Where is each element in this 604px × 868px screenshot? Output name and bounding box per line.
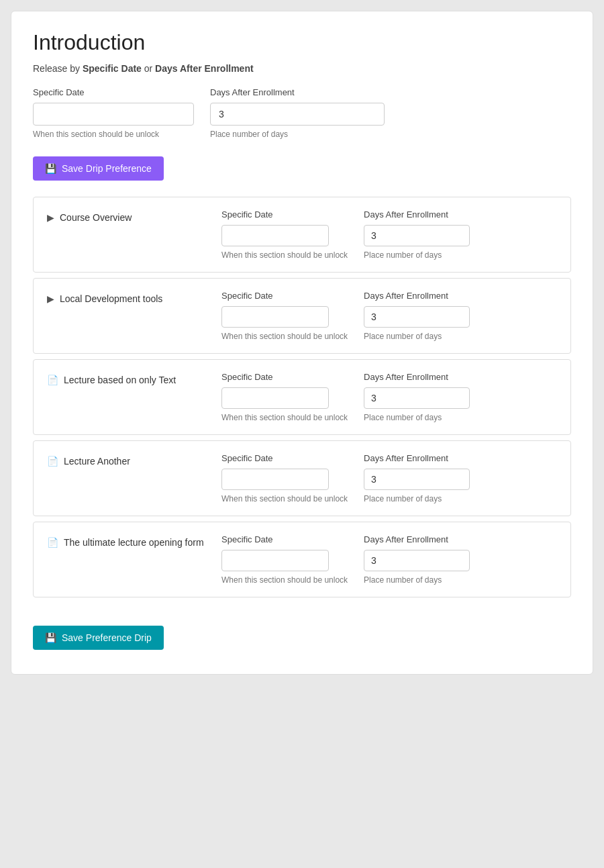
section-fields: Specific Date When this section should b… <box>221 453 557 503</box>
section-specific-date-input-1[interactable] <box>221 306 329 328</box>
section-name: Lecture Another <box>64 456 130 467</box>
main-card: Introduction Release by Specific Date or… <box>11 11 593 675</box>
section-specific-date-group-4: Specific Date When this section should b… <box>221 534 348 585</box>
document-icon: 📄 <box>47 456 58 467</box>
section-specific-date-label-3: Specific Date <box>221 453 348 463</box>
section-days-input-1[interactable] <box>364 306 470 328</box>
save-drip-preference-button-top[interactable]: 💾 Save Drip Preference <box>33 156 164 181</box>
save-btn-bottom-icon: 💾 <box>45 632 56 643</box>
section-specific-date-input-2[interactable] <box>221 387 329 409</box>
section-specific-date-input-3[interactable] <box>221 469 329 490</box>
page-title: Introduction <box>33 30 571 55</box>
section-row: ▶ Local Development tools Specific Date … <box>33 278 571 354</box>
section-days-group-3: Days After Enrollment Place number of da… <box>364 453 470 503</box>
section-name: Local Development tools <box>60 293 162 304</box>
section-specific-date-group-3: Specific Date When this section should b… <box>221 453 348 503</box>
section-specific-date-group-1: Specific Date When this section should b… <box>221 291 348 341</box>
bottom-btn-area: 💾 Save Preference Drip <box>33 614 571 655</box>
release-prefix: Release by <box>33 63 83 74</box>
top-specific-date-label: Specific Date <box>33 87 194 97</box>
section-title-col: 📄 Lecture Another <box>47 453 221 467</box>
section-days-hint-2: Place number of days <box>364 413 470 422</box>
section-days-label-4: Days After Enrollment <box>364 534 470 544</box>
section-fields: Specific Date When this section should b… <box>221 534 557 585</box>
document-icon: 📄 <box>47 537 58 548</box>
section-name: The ultimate lecture opening form <box>64 537 204 548</box>
section-days-group-4: Days After Enrollment Place number of da… <box>364 534 470 585</box>
top-form: Specific Date When this section should b… <box>33 87 571 139</box>
save-btn-bottom-label: Save Preference Drip <box>62 632 152 643</box>
section-title-col: ▶ Local Development tools <box>47 291 221 304</box>
section-specific-date-label-4: Specific Date <box>221 534 348 544</box>
section-name: Course Overview <box>60 212 132 223</box>
section-specific-date-input-4[interactable] <box>221 550 329 571</box>
section-specific-date-hint-3: When this section should be unlock <box>221 494 348 503</box>
section-row: ▶ Course Overview Specific Date When thi… <box>33 197 571 273</box>
section-days-label-1: Days After Enrollment <box>364 291 470 301</box>
section-days-hint-0: Place number of days <box>364 250 470 260</box>
top-days-input[interactable] <box>210 103 385 126</box>
release-text: Release by Specific Date or Days After E… <box>33 63 571 74</box>
top-days-group: Days After Enrollment Place number of da… <box>210 87 385 139</box>
save-preference-drip-button-bottom[interactable]: 💾 Save Preference Drip <box>33 626 164 650</box>
section-title-col: ▶ Course Overview <box>47 209 221 223</box>
video-icon: ▶ <box>47 212 54 223</box>
top-specific-date-hint: When this section should be unlock <box>33 130 194 139</box>
release-middle: or <box>142 63 155 74</box>
section-days-input-2[interactable] <box>364 387 470 409</box>
section-fields: Specific Date When this section should b… <box>221 209 557 260</box>
section-specific-date-label-0: Specific Date <box>221 209 348 220</box>
section-days-group-2: Days After Enrollment Place number of da… <box>364 372 470 422</box>
section-days-label-2: Days After Enrollment <box>364 372 470 382</box>
section-days-group-1: Days After Enrollment Place number of da… <box>364 291 470 341</box>
section-specific-date-input-0[interactable] <box>221 225 329 246</box>
section-row: 📄 The ultimate lecture opening form Spec… <box>33 522 571 597</box>
video-icon: ▶ <box>47 293 54 304</box>
section-fields: Specific Date When this section should b… <box>221 291 557 341</box>
section-specific-date-hint-2: When this section should be unlock <box>221 413 348 422</box>
save-btn-top-label: Save Drip Preference <box>62 163 152 174</box>
section-days-input-4[interactable] <box>364 550 470 571</box>
top-days-hint: Place number of days <box>210 130 385 139</box>
top-specific-date-input[interactable] <box>33 103 194 126</box>
save-btn-top-icon: 💾 <box>45 163 56 174</box>
section-fields: Specific Date When this section should b… <box>221 372 557 422</box>
section-days-hint-1: Place number of days <box>364 332 470 341</box>
section-days-input-3[interactable] <box>364 469 470 490</box>
section-days-label-3: Days After Enrollment <box>364 453 470 463</box>
release-bold2: Days After Enrollment <box>155 63 254 74</box>
section-title-col: 📄 The ultimate lecture opening form <box>47 534 221 548</box>
section-days-input-0[interactable] <box>364 225 470 246</box>
section-row: 📄 Lecture Another Specific Date When thi… <box>33 440 571 516</box>
document-icon: 📄 <box>47 375 58 385</box>
section-row: 📄 Lecture based on only Text Specific Da… <box>33 359 571 435</box>
section-specific-date-hint-0: When this section should be unlock <box>221 250 348 260</box>
section-specific-date-label-1: Specific Date <box>221 291 348 301</box>
section-specific-date-hint-4: When this section should be unlock <box>221 575 348 585</box>
section-specific-date-group-2: Specific Date When this section should b… <box>221 372 348 422</box>
top-days-label: Days After Enrollment <box>210 87 385 97</box>
section-specific-date-label-2: Specific Date <box>221 372 348 382</box>
section-title-col: 📄 Lecture based on only Text <box>47 372 221 385</box>
section-days-hint-4: Place number of days <box>364 575 470 585</box>
sections-list: ▶ Course Overview Specific Date When thi… <box>33 197 571 603</box>
release-bold1: Specific Date <box>83 63 142 74</box>
section-specific-date-hint-1: When this section should be unlock <box>221 332 348 341</box>
section-days-hint-3: Place number of days <box>364 494 470 503</box>
top-specific-date-group: Specific Date When this section should b… <box>33 87 194 139</box>
section-days-group-0: Days After Enrollment Place number of da… <box>364 209 470 260</box>
section-name: Lecture based on only Text <box>64 375 176 385</box>
section-days-label-0: Days After Enrollment <box>364 209 470 220</box>
section-specific-date-group-0: Specific Date When this section should b… <box>221 209 348 260</box>
